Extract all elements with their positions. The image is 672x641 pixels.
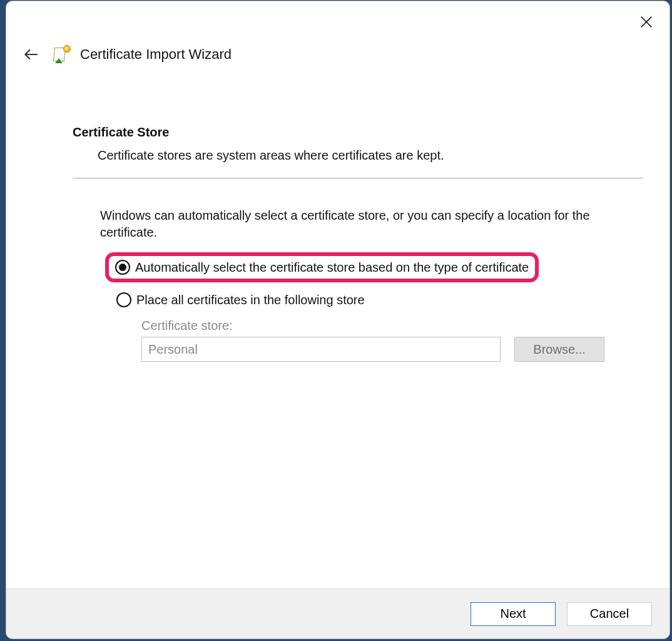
wizard-title: Certificate Import Wizard xyxy=(80,46,232,63)
radio-place-in-store-label: Place all certificates in the following … xyxy=(136,293,365,307)
section-description: Certificate stores are system areas wher… xyxy=(98,148,643,163)
section-heading: Certificate Store xyxy=(73,125,643,140)
wizard-content: Certificate Store Certificate stores are… xyxy=(6,65,669,588)
certificate-import-wizard-dialog: Certificate Import Wizard Certificate St… xyxy=(6,1,669,638)
certificate-store-block: Certificate store: Browse... xyxy=(141,319,643,362)
close-button[interactable] xyxy=(637,13,656,31)
wizard-footer: Next Cancel xyxy=(6,588,669,638)
back-arrow-icon xyxy=(23,46,39,63)
certificate-wizard-icon xyxy=(53,45,71,64)
certificate-store-input xyxy=(141,337,501,362)
section-instruction: Windows can automatically select a certi… xyxy=(100,207,619,241)
next-button[interactable]: Next xyxy=(471,602,556,626)
option-place-in-store: Place all certificates in the following … xyxy=(116,292,643,307)
radio-place-in-store[interactable] xyxy=(116,292,131,307)
highlighted-option: Automatically select the certificate sto… xyxy=(105,252,539,282)
radio-auto-select-label: Automatically select the certificate sto… xyxy=(135,260,529,275)
close-icon xyxy=(639,15,653,29)
certificate-store-label: Certificate store: xyxy=(141,319,643,333)
divider xyxy=(73,178,643,178)
browse-button: Browse... xyxy=(514,337,604,362)
radio-auto-select[interactable] xyxy=(115,260,130,275)
wizard-header: Certificate Import Wizard xyxy=(6,1,669,65)
back-button[interactable] xyxy=(20,44,41,65)
cancel-button[interactable]: Cancel xyxy=(567,602,652,626)
